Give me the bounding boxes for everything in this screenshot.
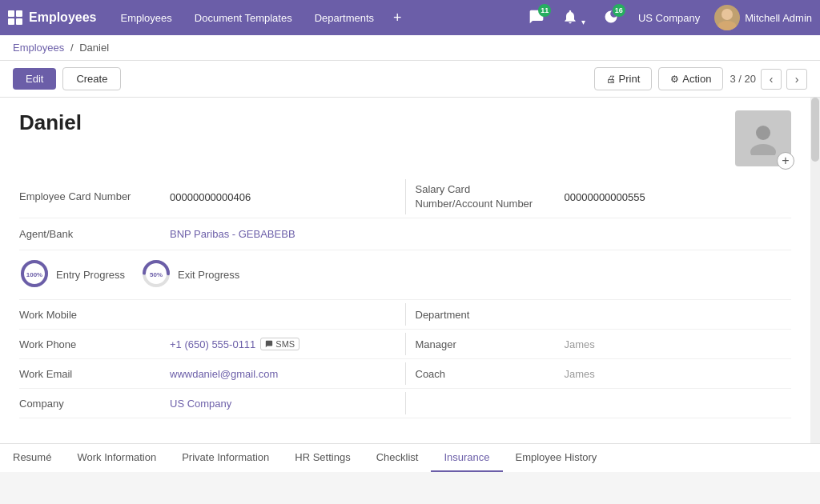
tab-work-information[interactable]: Work Information	[64, 444, 169, 472]
manager-value[interactable]: James	[558, 334, 792, 355]
tab-hr-settings[interactable]: HR Settings	[282, 444, 363, 472]
moon-icon-btn[interactable]: 16	[598, 9, 624, 27]
tab-resume[interactable]: Resumé	[0, 444, 64, 472]
sms-label: SMS	[275, 339, 295, 349]
print-icon: 🖨	[606, 74, 616, 85]
employee-header: Daniel +	[0, 98, 810, 173]
work-email-value[interactable]: wwwdaniel@gmail.com	[163, 363, 405, 385]
bell-icon	[562, 9, 578, 25]
work-mobile-row: Work Mobile Department	[19, 300, 791, 330]
work-phone-row: Work Phone +1 (650) 555-0111 SMS Manager	[19, 330, 791, 359]
bell-icon-btn[interactable]: ▾	[557, 9, 590, 27]
content-scroll[interactable]: Daniel + Employee Card Number 0000000000…	[0, 98, 810, 443]
svg-text:50%: 50%	[150, 271, 163, 278]
coach-value[interactable]: James	[558, 363, 792, 385]
nav-logo[interactable]: Employees	[8, 10, 96, 25]
nav-link-employees[interactable]: Employees	[109, 0, 183, 35]
exit-progress-group: 50% Exit Progress	[141, 258, 239, 291]
nav-link-document-templates[interactable]: Document Templates	[183, 0, 303, 35]
avatar-icon	[714, 5, 740, 30]
svg-point-0	[722, 9, 733, 20]
breadcrumb-separator: /	[70, 42, 74, 54]
work-mobile-value	[163, 310, 405, 319]
pager-prev[interactable]: ‹	[761, 69, 782, 90]
agent-bank-value[interactable]: BNP Paribas - GEBABEBB	[163, 222, 791, 246]
company-value[interactable]: US Company	[163, 393, 405, 414]
department-col: Department	[406, 300, 792, 329]
breadcrumb-parent[interactable]: Employees	[13, 42, 64, 54]
form-section: Employee Card Number 00000000000406 Sala…	[0, 173, 810, 422]
exit-progress-label: Exit Progress	[178, 269, 239, 281]
chat-icon-btn[interactable]: 11	[524, 9, 549, 27]
create-button[interactable]: Create	[62, 67, 121, 90]
chat-badge: 11	[538, 4, 551, 17]
avatar-placeholder[interactable]: +	[735, 110, 791, 166]
bell-dropdown-icon: ▾	[581, 18, 585, 26]
svg-point-2	[756, 126, 770, 140]
bottom-tabs: Resumé Work Information Private Informat…	[0, 443, 820, 472]
scrollbar-track[interactable]	[810, 98, 820, 443]
person-icon	[746, 122, 780, 155]
nav-username: Mitchell Admin	[745, 12, 812, 24]
scrollbar-thumb[interactable]	[811, 98, 819, 162]
entry-progress-group: 100% Entry Progress	[19, 258, 125, 291]
work-email-col: Work Email wwwdaniel@gmail.com	[19, 359, 405, 388]
tab-employee-history[interactable]: Employee History	[503, 444, 610, 472]
logo-grid-icon	[8, 10, 22, 25]
work-phone-value: +1 (650) 555-0111 SMS	[163, 333, 405, 355]
svg-point-3	[750, 144, 776, 155]
company-col: Company US Company	[19, 389, 405, 418]
nav-right: 11 ▾ 16 US Company Mitchell Admin	[524, 5, 812, 30]
tab-private-information[interactable]: Private Information	[169, 444, 282, 472]
coach-col: Coach James	[406, 359, 792, 388]
agent-bank-row: Agent/Bank BNP Paribas - GEBABEBB	[19, 218, 791, 250]
gear-icon: ⚙	[670, 74, 679, 85]
print-label: Print	[619, 73, 641, 85]
nav-link-departments[interactable]: Departments	[303, 0, 385, 35]
department-value	[558, 310, 792, 319]
coach-label: Coach	[406, 363, 558, 385]
sms-button[interactable]: SMS	[260, 338, 299, 350]
moon-badge: 16	[613, 4, 625, 17]
agent-bank-label: Agent/Bank	[19, 222, 163, 246]
employee-name: Daniel	[19, 110, 82, 135]
work-mobile-label: Work Mobile	[19, 304, 163, 326]
exit-progress-circle: 50%	[141, 258, 171, 291]
salary-card-col: Salary Card Number/Account Number 000000…	[406, 176, 792, 218]
progress-section: 100% Entry Progress 50%	[19, 250, 791, 300]
top-nav: Employees Employees Document Templates D…	[0, 0, 820, 35]
tab-checklist[interactable]: Checklist	[364, 444, 432, 472]
nav-links: Employees Document Templates Departments…	[109, 0, 524, 35]
print-button[interactable]: 🖨 Print	[594, 67, 653, 90]
entry-progress-circle: 100%	[19, 258, 50, 291]
nav-company[interactable]: US Company	[632, 12, 706, 24]
action-label: Action	[682, 73, 711, 85]
nav-plus-button[interactable]: +	[385, 10, 410, 26]
edit-button[interactable]: Edit	[13, 68, 56, 90]
svg-text:100%: 100%	[26, 271, 42, 278]
pager-text: 3 / 20	[730, 73, 756, 85]
salary-card-value: 00000000000555	[558, 185, 792, 210]
pager-next[interactable]: ›	[786, 69, 807, 90]
work-phone-col: Work Phone +1 (650) 555-0111 SMS	[19, 330, 405, 358]
phone-number[interactable]: +1 (650) 555-0111	[170, 338, 255, 350]
entry-progress-label: Entry Progress	[56, 269, 125, 281]
svg-point-1	[718, 21, 737, 30]
exit-progress-svg: 50%	[141, 258, 171, 289]
manager-col: Manager James	[406, 330, 792, 358]
nav-logo-text: Employees	[29, 10, 96, 25]
company-label: Company	[19, 393, 163, 414]
nav-user[interactable]: Mitchell Admin	[714, 5, 812, 30]
work-phone-label: Work Phone	[19, 334, 163, 355]
tab-insurance[interactable]: Insurance	[431, 444, 502, 472]
employee-card-label: Employee Card Number	[19, 183, 163, 210]
manager-label: Manager	[406, 334, 558, 355]
add-photo-button[interactable]: +	[777, 152, 794, 170]
breadcrumb-current: Daniel	[79, 42, 109, 54]
action-button[interactable]: ⚙ Action	[658, 67, 723, 90]
pager: 3 / 20 ‹ ›	[730, 69, 807, 90]
entry-progress-svg: 100%	[19, 258, 50, 289]
avatar	[714, 5, 740, 30]
action-bar: Edit Create 🖨 Print ⚙ Action 3 / 20 ‹ ›	[0, 61, 820, 98]
main-content: Daniel + Employee Card Number 0000000000…	[0, 98, 820, 472]
